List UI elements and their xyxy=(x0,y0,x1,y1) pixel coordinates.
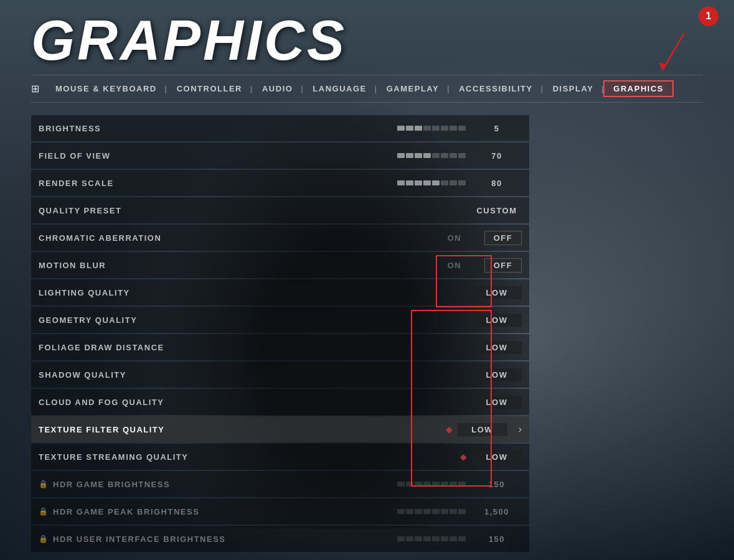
setting-shadow-quality[interactable]: SHADOW QUALITY LOW xyxy=(31,362,529,388)
setting-label-brightness: BRIGHTNESS xyxy=(39,124,391,133)
setting-brightness[interactable]: BRIGHTNESS 5 xyxy=(31,115,529,141)
setting-hdr-game-brightness: 🔒 HDR GAME BRIGHTNESS 150 xyxy=(31,471,529,497)
render-scale-value: 80 xyxy=(472,179,522,188)
setting-label-lighting-quality: LIGHTING QUALITY xyxy=(39,288,472,297)
setting-label-hdr-ui-brightness: HDR USER INTERFACE BRIGHTNESS xyxy=(53,534,391,544)
foliage-draw-distance-value: LOW xyxy=(472,341,522,354)
setting-render-scale[interactable]: RENDER SCALE 80 xyxy=(31,170,529,196)
shadow-quality-value: LOW xyxy=(472,368,522,381)
geometry-quality-value: LOW xyxy=(472,314,522,327)
setting-label-motion-blur: MOTION BLUR xyxy=(39,261,430,270)
header: GRAPHICS ⊞ MOUSE & KEYBOARD CONTROLLER A… xyxy=(0,0,734,103)
setting-label-hdr-brightness: HDR GAME BRIGHTNESS xyxy=(53,480,391,489)
tab-accessibility[interactable]: ACCESSIBILITY xyxy=(449,80,542,97)
nav-icon: ⊞ xyxy=(31,83,39,95)
setting-geometry-quality[interactable]: GEOMETRY QUALITY LOW xyxy=(31,307,529,333)
tab-language[interactable]: LANGUAGE xyxy=(303,80,376,97)
hdr-brightness-slider xyxy=(397,482,466,487)
fov-value: 70 xyxy=(472,151,522,161)
lock-icon-hdr-ui: 🔒 xyxy=(39,534,48,543)
tab-gameplay[interactable]: GAMEPLAY xyxy=(377,80,449,97)
lock-icon-hdr-peak: 🔒 xyxy=(39,507,48,516)
chromatic-aberration-on: ON xyxy=(430,233,479,243)
hdr-peak-value: 1,500 xyxy=(472,507,522,516)
setting-label-hdr-peak-brightness: HDR GAME PEAK BRIGHTNESS xyxy=(53,507,391,516)
lighting-quality-value: LOW xyxy=(472,286,522,299)
setting-label-render-scale: RENDER SCALE xyxy=(39,179,391,188)
hdr-ui-slider xyxy=(397,536,466,541)
hdr-ui-value: 150 xyxy=(472,534,522,544)
settings-panel: BRIGHTNESS 5 FIELD OF VIEW xyxy=(31,115,529,552)
texture-streaming-quality-value: LOW xyxy=(472,450,522,464)
page-title: GRAPHICS xyxy=(31,12,703,68)
setting-foliage-draw-distance[interactable]: FOLIAGE DRAW DISTANCE LOW xyxy=(31,334,529,360)
setting-label-cloud-fog-quality: CLOUD AND FOG QUALITY xyxy=(39,398,472,407)
arrow-right-icon: › xyxy=(519,424,522,435)
setting-cloud-fog-quality[interactable]: CLOUD AND FOG QUALITY LOW xyxy=(31,389,529,415)
chromatic-aberration-off[interactable]: OFF xyxy=(484,231,522,245)
setting-label-texture-streaming-quality: TEXTURE STREAMING QUALITY xyxy=(39,452,460,462)
render-scale-slider[interactable] xyxy=(397,180,466,185)
annotation-number: 1 xyxy=(699,6,718,26)
setting-lighting-quality[interactable]: LIGHTING QUALITY LOW xyxy=(31,279,529,306)
nav-tabs: ⊞ MOUSE & KEYBOARD CONTROLLER AUDIO LANG… xyxy=(31,75,703,103)
hdr-brightness-value: 150 xyxy=(472,480,522,489)
tab-display[interactable]: DISPLAY xyxy=(543,80,604,97)
setting-label-quality-preset: QUALITY PRESET xyxy=(39,206,472,215)
motion-blur-off[interactable]: OFF xyxy=(484,258,522,273)
setting-label-foliage-draw-distance: FOLIAGE DRAW DISTANCE xyxy=(39,343,472,352)
diamond-icon-left: ◆ xyxy=(446,424,453,434)
tab-audio[interactable]: AUDIO xyxy=(252,80,303,97)
tab-graphics[interactable]: GRAPHICS xyxy=(603,80,674,97)
setting-label-shadow-quality: SHADOW QUALITY xyxy=(39,370,472,380)
fov-slider[interactable] xyxy=(397,153,466,158)
motion-blur-on: ON xyxy=(430,261,479,270)
annotation-arrow xyxy=(656,30,694,80)
cloud-fog-quality-value: LOW xyxy=(472,396,522,409)
setting-label-geometry-quality: GEOMETRY QUALITY xyxy=(39,315,472,325)
texture-filter-quality-value: LOW xyxy=(458,423,507,436)
setting-label-chromatic-aberration: CHROMATIC ABERRATION xyxy=(39,233,430,243)
diamond-icon-streaming: ◆ xyxy=(460,452,467,462)
brightness-value: 5 xyxy=(472,124,522,133)
setting-motion-blur[interactable]: MOTION BLUR ON OFF xyxy=(31,252,529,278)
hdr-peak-slider xyxy=(397,509,466,514)
setting-label-fov: FIELD OF VIEW xyxy=(39,151,391,161)
quality-preset-value: CUSTOM xyxy=(472,206,522,215)
setting-texture-filter-quality[interactable]: TEXTURE FILTER QUALITY ◆ LOW › xyxy=(31,416,529,442)
setting-label-texture-filter-quality: TEXTURE FILTER QUALITY xyxy=(39,425,446,434)
setting-hdr-peak-brightness: 🔒 HDR GAME PEAK BRIGHTNESS 1,500 xyxy=(31,498,529,525)
brightness-slider[interactable] xyxy=(397,126,466,131)
tab-controller[interactable]: CONTROLLER xyxy=(167,80,252,97)
setting-chromatic-aberration[interactable]: CHROMATIC ABERRATION ON OFF xyxy=(31,225,529,251)
setting-texture-streaming-quality[interactable]: TEXTURE STREAMING QUALITY ◆ LOW xyxy=(31,444,529,470)
setting-quality-preset[interactable]: QUALITY PRESET CUSTOM xyxy=(31,197,529,223)
setting-fov[interactable]: FIELD OF VIEW 70 xyxy=(31,142,529,169)
tab-mouse-keyboard[interactable]: MOUSE & KEYBOARD xyxy=(45,80,167,97)
lock-icon-hdr-brightness: 🔒 xyxy=(39,480,48,488)
setting-hdr-ui-brightness: 🔒 HDR USER INTERFACE BRIGHTNESS 150 xyxy=(31,526,529,552)
